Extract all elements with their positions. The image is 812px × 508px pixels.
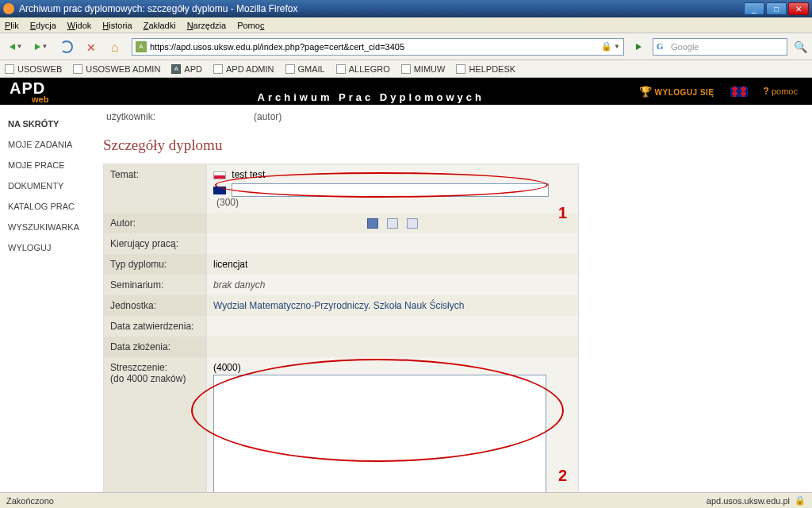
search-placeholder: Google xyxy=(671,42,699,52)
status-lock-icon: 🔒 xyxy=(795,495,806,506)
status-bar: Zakończono apd.usos.uksw.edu.pl 🔒 xyxy=(0,492,812,508)
bookmark-apd[interactable]: AAPD xyxy=(171,64,202,74)
menu-bar: Plik Edycja Widok Historia Zakładki Narz… xyxy=(0,17,812,33)
page-title: Szczegóły dyplomu xyxy=(103,137,706,154)
user-label: użytkownik: xyxy=(103,111,254,122)
firefox-icon xyxy=(3,3,14,14)
bookmark-allegro[interactable]: ALLEGRO xyxy=(336,64,390,74)
menu-edycja[interactable]: Edycja xyxy=(30,21,56,30)
streszczenie-textarea[interactable] xyxy=(213,375,546,502)
flag-en-icon xyxy=(213,187,226,194)
google-icon xyxy=(657,41,668,52)
label-data-zloz: Data złożenia: xyxy=(104,337,207,357)
logout-link[interactable]: 🏆WYLOGUJ SIĘ xyxy=(639,86,714,98)
search-go-icon[interactable]: 🔍 xyxy=(794,40,807,53)
help-link[interactable]: ? pomoc xyxy=(764,86,798,97)
label-streszczenie: Streszczenie: (do 4000 znaków) xyxy=(104,357,207,508)
sidebar-moje-prace[interactable]: MOJE PRACE xyxy=(8,160,95,170)
minimize-button[interactable]: _ xyxy=(744,2,764,15)
menu-narzedzia[interactable]: Narzędzia xyxy=(187,21,227,30)
sidebar: NA SKRÓTY MOJE ZADANIA MOJE PRACE DOKUME… xyxy=(0,105,103,508)
sidebar-moje-zadania[interactable]: MOJE ZADANIA xyxy=(8,140,95,149)
value-typ: licencjat xyxy=(207,254,578,275)
label-kierujacy: Kierujący pracą: xyxy=(104,233,207,254)
streszczenie-limit: (4000) xyxy=(213,362,241,373)
maximize-button[interactable]: □ xyxy=(766,2,787,15)
flag-pl-icon xyxy=(213,171,226,179)
trophy-icon: 🏆 xyxy=(639,86,652,98)
menu-zakladki[interactable]: Zakładki xyxy=(144,21,176,30)
bookmark-usosweb-admin[interactable]: USOSWEB ADMIN xyxy=(73,64,160,74)
menu-historia[interactable]: Historia xyxy=(102,21,132,30)
doc1-icon[interactable] xyxy=(387,218,398,229)
apd-title: Archiwum Prac Dyplomowych xyxy=(103,80,639,103)
status-left: Zakończono xyxy=(6,496,54,506)
home-button[interactable]: ⌂ xyxy=(106,37,128,57)
close-button[interactable]: ✕ xyxy=(788,2,809,15)
status-right: apd.usos.uksw.edu.pl xyxy=(707,496,790,506)
sidebar-katalog-prac[interactable]: KATALOG PRAC xyxy=(8,202,95,211)
menu-pomoc[interactable]: Pomoc xyxy=(237,21,264,30)
temat-limit: (300) xyxy=(216,197,239,208)
sidebar-wyloguj[interactable]: WYLOGUJ xyxy=(8,243,95,252)
doc2-icon[interactable] xyxy=(407,218,418,229)
label-data-zatw: Data zatwierdzenia: xyxy=(104,316,207,337)
user-role: (autor) xyxy=(254,111,282,122)
site-favicon: A xyxy=(136,41,147,52)
sidebar-dokumenty[interactable]: DOKUMENTY xyxy=(8,181,95,190)
stop-button[interactable]: ✕ xyxy=(81,37,103,57)
label-autor: Autor: xyxy=(104,213,207,233)
flag-uk-icon[interactable] xyxy=(730,87,748,97)
url-bar[interactable]: A https://apd.usos.uksw.edu.pl/index.php… xyxy=(132,38,624,56)
url-text: https://apd.usos.uksw.edu.pl/index.php?p… xyxy=(150,42,404,52)
temat-input-en[interactable] xyxy=(232,183,549,197)
sidebar-header: NA SKRÓTY xyxy=(8,119,95,129)
menu-widok[interactable]: Widok xyxy=(67,21,92,30)
bookmark-helpdesk[interactable]: HELPDESK xyxy=(456,64,515,74)
url-dropdown-icon[interactable]: ▼ xyxy=(614,43,620,50)
details-table: Temat: test test (300) Autor: xyxy=(103,164,579,508)
sidebar-wyszukiwarka[interactable]: WYSZUKIWARKA xyxy=(8,222,95,232)
lock-icon: 🔒 xyxy=(601,41,612,52)
temat-value-pl: test test xyxy=(232,169,265,180)
reload-button[interactable] xyxy=(56,37,78,57)
label-typ: Typ dyplomu: xyxy=(104,254,207,275)
search-box[interactable]: Google xyxy=(653,38,787,56)
info-icon[interactable] xyxy=(367,218,378,229)
label-jednostka: Jednostka: xyxy=(104,295,207,316)
bookmarks-bar: USOSWEB USOSWEB ADMIN AAPD APD ADMIN GMA… xyxy=(0,60,812,78)
label-temat: Temat: xyxy=(104,164,207,213)
go-button[interactable] xyxy=(627,37,649,57)
window-title: Archiwum prac dyplomowych: szczegóły dyp… xyxy=(19,3,742,14)
label-seminarium: Seminarium: xyxy=(104,275,207,295)
bookmark-gmail[interactable]: GMAIL xyxy=(285,64,325,74)
bookmark-mimuw[interactable]: MIMUW xyxy=(401,64,446,74)
bookmark-apd-admin[interactable]: APD ADMIN xyxy=(213,64,274,74)
value-seminarium: brak danych xyxy=(207,275,578,295)
value-jednostka[interactable]: Wydział Matematyczno-Przyrodniczy. Szkoł… xyxy=(207,295,578,316)
back-button[interactable]: ▼ xyxy=(5,37,27,57)
forward-button[interactable]: ▼ xyxy=(30,37,52,57)
bookmark-usosweb[interactable]: USOSWEB xyxy=(5,64,62,74)
menu-plik[interactable]: Plik xyxy=(5,21,19,30)
apd-logo[interactable]: APD web xyxy=(0,79,103,104)
